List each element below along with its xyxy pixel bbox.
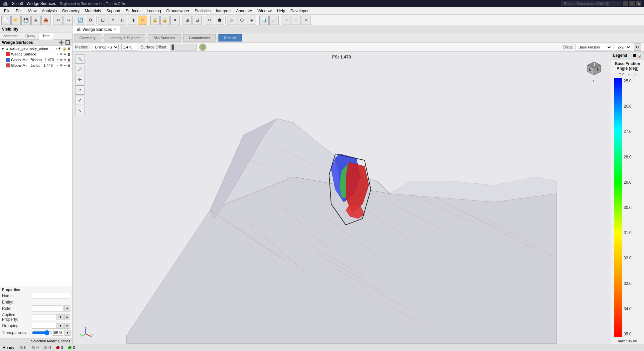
fit-sel-button[interactable]: ⤡	[75, 106, 84, 115]
lock-button[interactable]: 🔒	[150, 16, 160, 25]
sep-x-button[interactable]: ✕	[170, 16, 180, 25]
tab-selection[interactable]: Selection	[0, 33, 22, 39]
prop-role-dropdown-button[interactable]: ▼	[64, 306, 70, 311]
wedge-surface-edit-icon[interactable]: ✏	[64, 52, 66, 56]
tree-item-geometry-prime[interactable]: ▶ ▲ solipe_geometry_prime ↑ 👁 🔒 🗑	[0, 46, 72, 51]
workflow-step-groundwater[interactable]: Groundwater	[183, 34, 216, 42]
menu-edit[interactable]: Edit	[13, 8, 25, 14]
janbu-delete-icon[interactable]: 🗑	[67, 64, 71, 67]
menu-geometry[interactable]: Geometry	[60, 8, 82, 14]
menu-groundwater[interactable]: Groundwater	[164, 8, 192, 14]
workflow-step-geometry[interactable]: Geometry	[74, 34, 101, 42]
cube-widget[interactable]: T L F ↻	[584, 58, 604, 78]
tree-item-delete-icon[interactable]: 🗑	[67, 47, 71, 50]
save-button[interactable]: 💾	[21, 16, 31, 25]
count-button[interactable]: #	[108, 16, 117, 25]
transparency-slider[interactable]	[32, 330, 52, 335]
legend-grid-icon[interactable]: ⊞	[633, 53, 636, 58]
sphere-icon[interactable]: 🌐	[199, 44, 206, 51]
tree-layout-icon[interactable]: 🔲	[65, 40, 70, 45]
menu-statistics[interactable]: Statistics	[192, 8, 213, 14]
pointer-button[interactable]: ↖	[138, 16, 147, 25]
menu-surfaces[interactable]: Surfaces	[123, 8, 144, 14]
method-select[interactable]: Bishop FS	[92, 44, 119, 50]
viewport-3d[interactable]: FS: 1.473	[72, 52, 611, 344]
menu-view[interactable]: View	[25, 8, 39, 14]
box3d-button[interactable]: ◻	[118, 16, 127, 25]
grid-select[interactable]: 2x2	[615, 44, 631, 50]
tree-item-bishop[interactable]: Global Min: Bishop · 1.473 ↑ 👁 ✏ 🗑	[0, 57, 72, 63]
mesh2-button[interactable]: ⊟	[193, 16, 202, 25]
fit-all-button[interactable]: ⤢	[75, 96, 84, 105]
tab-query[interactable]: Query	[22, 33, 39, 39]
open-button[interactable]: 📂	[11, 16, 21, 25]
prop-grouping-dropdown-button[interactable]: ▼	[58, 323, 64, 329]
menu-materials[interactable]: Materials	[82, 8, 104, 14]
box3d2-button[interactable]: ◨	[128, 16, 137, 25]
workflow-step-loading-support[interactable]: Loading & Support	[104, 34, 145, 42]
janbu-eye-icon[interactable]: 👁	[60, 64, 63, 67]
clip-button[interactable]: ✂	[205, 16, 214, 25]
data-select[interactable]: Base Friction	[576, 44, 612, 50]
menu-file[interactable]: File	[1, 8, 13, 14]
prop-name-input[interactable]	[32, 293, 70, 299]
undo-button[interactable]: ↩	[54, 16, 63, 25]
chart-button[interactable]: 📊	[259, 16, 269, 25]
menu-support[interactable]: Support	[104, 8, 123, 14]
tree-item-up-icon[interactable]: ↑	[56, 47, 57, 50]
zoom-out-button[interactable]: 🔎	[75, 65, 84, 74]
refresh-button[interactable]: ⟳	[634, 44, 641, 51]
filter-button[interactable]: ⬟	[215, 16, 224, 25]
wedge-surface-eye-icon[interactable]: 👁	[60, 52, 63, 56]
bishop-up-icon[interactable]: ↑	[57, 58, 59, 62]
workflow-step-slip-surfaces[interactable]: Slip Surfaces	[148, 34, 181, 42]
chart2-button[interactable]: 📈	[269, 16, 279, 25]
redo-button[interactable]: ↪	[64, 16, 73, 25]
tree-item-janbu[interactable]: Global Min: Janbu · 1.448 ↑ 👁 ✏ 🗑	[0, 63, 72, 68]
menu-annotate[interactable]: Annotate	[233, 8, 255, 14]
janbu-up-icon[interactable]: ↑	[57, 64, 59, 67]
workflow-step-results[interactable]: Results	[218, 34, 242, 42]
transparency-value-input[interactable]	[53, 330, 63, 336]
bishop-delete-icon[interactable]: 🗑	[67, 58, 71, 62]
menu-interpret[interactable]: Interpret	[213, 8, 233, 14]
bishop-eye-icon[interactable]: 👁	[60, 58, 63, 62]
tree-item-eye-icon[interactable]: 👁	[58, 47, 62, 50]
fs-input[interactable]	[121, 44, 138, 50]
close-x-button[interactable]: ✕	[302, 16, 311, 25]
prop-grouping-input[interactable]	[32, 323, 57, 329]
menu-loading[interactable]: Loading	[144, 8, 164, 14]
new-button[interactable]: 📄	[1, 16, 11, 25]
transparency-dropdown-button[interactable]: ▼	[64, 330, 70, 336]
shape1-button[interactable]: △	[227, 16, 236, 25]
maximize-button[interactable]: □	[629, 1, 635, 6]
mesh-button[interactable]: ⊞	[183, 16, 192, 25]
menu-analysis[interactable]: Analysis	[39, 8, 60, 14]
wedge-surface-up-icon[interactable]: ↑	[57, 52, 59, 56]
print-button[interactable]: 🖨	[31, 16, 41, 25]
search-input[interactable]	[562, 1, 621, 6]
export-button[interactable]: 📤	[41, 16, 51, 25]
shape3-button[interactable]: ◈	[247, 16, 256, 25]
pan-button[interactable]: ✛	[75, 75, 84, 84]
tree-item-wedge-surface[interactable]: Wedge Surface ↑ 👁 ✏ 🗑	[0, 51, 72, 57]
tree-item-lock-icon[interactable]: 🔒	[63, 47, 66, 50]
shape2-button[interactable]: ⬡	[237, 16, 246, 25]
lock2-button[interactable]: 🔓	[160, 16, 170, 25]
prop-applied-property-edit-button[interactable]: ✏	[64, 314, 70, 320]
close-button[interactable]: ✕	[636, 1, 641, 6]
janbu-edit-icon[interactable]: ✏	[64, 64, 66, 67]
zoom-in-button[interactable]: 🔍	[75, 54, 84, 64]
wedge-surface-delete-icon[interactable]: 🗑	[67, 52, 71, 56]
prop-applied-property-input[interactable]	[32, 314, 57, 320]
legend-chart-icon[interactable]: 📊	[637, 53, 642, 58]
doc-tab-close-icon[interactable]: ✕	[113, 28, 116, 31]
tree-add-icon[interactable]: ➕	[59, 40, 64, 45]
options-button[interactable]: ⚙	[86, 16, 95, 25]
rotate3d-button[interactable]: ↺	[75, 85, 84, 95]
menu-help[interactable]: Help	[274, 8, 288, 14]
select-rect-button[interactable]: ⊡	[98, 16, 107, 25]
rotate-button[interactable]: 🔄	[76, 16, 85, 25]
line2-button[interactable]: ⟍	[292, 16, 301, 25]
minimize-button[interactable]: —	[623, 1, 628, 6]
